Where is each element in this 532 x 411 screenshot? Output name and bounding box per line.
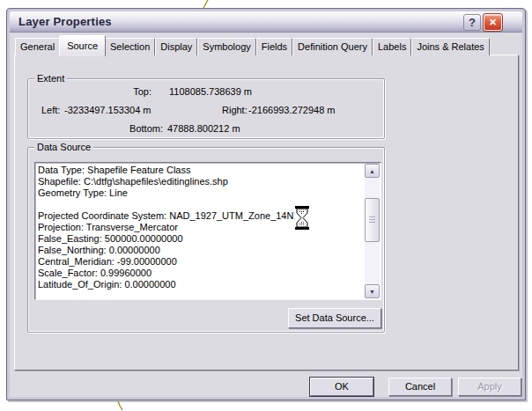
scroll-up-button[interactable]: ▲	[365, 164, 380, 178]
set-data-source-button[interactable]: Set Data Source...	[288, 308, 381, 328]
scroll-down-icon: ▼	[369, 289, 375, 295]
scroll-down-button[interactable]: ▼	[365, 284, 380, 298]
data-source-line: False_Northing: 0.00000000	[38, 245, 363, 256]
extent-left-label: Left:	[41, 105, 60, 115]
data-source-line: Latitude_Of_Origin: 0.00000000	[38, 279, 363, 290]
extent-bottom-label: Bottom:	[101, 123, 163, 134]
tab-fields[interactable]: Fields	[256, 38, 292, 55]
extent-top-label: Top:	[107, 86, 151, 97]
data-source-lines: Data Type: Shapefile Feature Class Shape…	[38, 165, 363, 297]
data-source-line: Shapefile: C:\dtfg\shapefiles\editinglin…	[38, 176, 363, 187]
close-icon: ✕	[489, 17, 497, 28]
extent-group: Extent Top: 1108085.738639 m Left: -3233…	[27, 78, 385, 139]
tab-general[interactable]: General	[15, 38, 60, 55]
tab-labels[interactable]: Labels	[373, 38, 411, 55]
data-source-line: Data Type: Shapefile Feature Class	[38, 165, 363, 176]
title-bar[interactable]: Layer Properties ? ✕	[10, 11, 522, 33]
tab-strip: General Source Selection Display Symbolo…	[15, 34, 490, 55]
close-button[interactable]: ✕	[484, 14, 502, 31]
tab-definition-query[interactable]: Definition Query	[292, 38, 373, 55]
hourglass-cursor	[294, 206, 312, 232]
data-source-line	[38, 199, 363, 210]
help-icon: ?	[469, 16, 476, 29]
data-source-line: Projected Coordinate System: NAD_1927_UT…	[38, 210, 363, 222]
source-tab-page: Extent Top: 1108085.738639 m Left: -3233…	[14, 55, 519, 371]
apply-button[interactable]: Apply	[458, 378, 521, 396]
extent-bottom-value: 47888.800212 m	[167, 123, 240, 134]
extent-top-value: 1108085.738639 m	[169, 86, 252, 97]
data-source-line: Central_Meridian: -99.00000000	[38, 256, 363, 268]
data-source-line: Geometry Type: Line	[38, 187, 363, 199]
data-source-group-label: Data Source	[34, 142, 93, 152]
tab-selection[interactable]: Selection	[105, 38, 155, 55]
extent-right-label: Right:	[222, 105, 248, 115]
data-source-line: False_Easting: 500000.00000000	[38, 233, 363, 245]
cancel-button[interactable]: Cancel	[388, 378, 452, 396]
map-line-fragment-top	[199, 0, 213, 9]
tab-source[interactable]: Source	[59, 35, 106, 56]
map-line-fragment-bottom	[116, 401, 127, 411]
data-source-group: Data Source Data Type: Shapefile Feature…	[27, 147, 385, 333]
extent-right-value: -2166993.272948 m	[248, 105, 335, 115]
data-source-text[interactable]: Data Type: Shapefile Feature Class Shape…	[34, 162, 381, 300]
window-title: Layer Properties	[18, 15, 112, 28]
tab-symbology[interactable]: Symbology	[197, 38, 255, 55]
tab-joins-relates[interactable]: Joins & Relates	[411, 38, 489, 55]
vertical-scrollbar[interactable]: ▲ ▼	[365, 164, 380, 298]
map-background: Layer Properties ? ✕ General Source Sele…	[0, 0, 532, 411]
layer-properties-dialog: Layer Properties ? ✕ General Source Sele…	[6, 8, 526, 400]
ok-button[interactable]: OK	[310, 378, 373, 396]
tab-display[interactable]: Display	[155, 38, 197, 55]
extent-group-label: Extent	[34, 73, 67, 84]
scrollbar-thumb[interactable]	[365, 198, 380, 242]
extent-left-value: -3233497.153304 m	[64, 105, 151, 115]
help-button[interactable]: ?	[463, 14, 481, 31]
data-source-line: Projection: Transverse_Mercator	[38, 222, 363, 233]
data-source-line: Scale_Factor: 0.99960000	[38, 268, 363, 279]
scroll-up-icon: ▲	[369, 168, 375, 174]
